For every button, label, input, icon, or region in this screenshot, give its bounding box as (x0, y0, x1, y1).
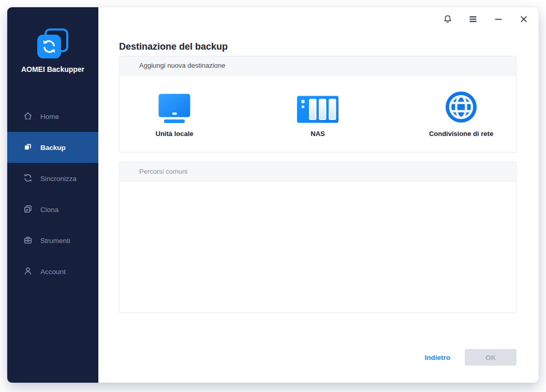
titlebar (98, 7, 539, 31)
page-title: Destinazione del backup (119, 41, 228, 52)
network-share-icon (445, 92, 477, 123)
logo-sync-icon (37, 35, 61, 58)
sidebar-nav: Home Backup (7, 101, 98, 287)
sidebar-item-backup[interactable]: Backup (7, 132, 98, 163)
sidebar-item-label: Strumenti (40, 237, 70, 245)
menu-icon[interactable] (466, 12, 480, 26)
sidebar: AOMEI Backupper Home (7, 7, 98, 383)
brand-name: AOMEI Backupper (7, 65, 98, 73)
backup-icon (23, 142, 33, 153)
close-icon[interactable] (517, 12, 530, 26)
home-icon (23, 111, 33, 122)
main-content: Destinazione del backup Aggiungi nuova d… (98, 7, 539, 383)
sidebar-item-label: Home (40, 113, 59, 120)
add-destination-panel: Aggiungi nuova destinazione (119, 56, 517, 153)
sync-icon (23, 173, 33, 184)
add-destination-header: Aggiungi nuova destinazione (120, 56, 516, 76)
sidebar-item-label: Backup (40, 144, 66, 152)
common-paths-header: Percorsi comuni (120, 162, 516, 182)
destination-label: NAS (311, 130, 324, 138)
tools-icon (23, 235, 33, 246)
destination-local-drive[interactable]: Unità locale (120, 76, 229, 153)
footer-actions: Indietro OK (425, 349, 517, 366)
notification-bell-icon[interactable] (441, 12, 454, 26)
sidebar-item-home[interactable]: Home (7, 101, 98, 132)
local-drive-icon (158, 92, 190, 123)
clone-icon (23, 204, 33, 215)
back-link[interactable]: Indietro (425, 354, 451, 361)
sidebar-item-clona[interactable]: Clona (7, 194, 98, 225)
destination-label: Unità locale (156, 130, 194, 138)
app-logo (37, 28, 68, 58)
minimize-icon[interactable] (492, 12, 505, 26)
account-icon (23, 266, 33, 277)
destination-options: Unità locale (120, 76, 516, 153)
nas-icon (297, 92, 338, 123)
destination-network-share[interactable]: Condivisione di rete (406, 76, 516, 153)
destination-label: Condivisione di rete (429, 130, 493, 138)
ok-button[interactable]: OK (465, 349, 517, 366)
sidebar-item-label: Account (40, 268, 66, 276)
app-window: AOMEI Backupper Home (7, 7, 539, 383)
sidebar-item-strumenti[interactable]: Strumenti (7, 225, 98, 256)
sidebar-item-account[interactable]: Account (7, 256, 98, 287)
common-paths-panel: Percorsi comuni (119, 162, 517, 313)
sidebar-item-label: Clona (40, 206, 58, 214)
destination-nas[interactable]: NAS (263, 76, 373, 153)
sidebar-item-sincronizza[interactable]: Sincronizza (7, 163, 98, 194)
sidebar-item-label: Sincronizza (40, 175, 77, 183)
